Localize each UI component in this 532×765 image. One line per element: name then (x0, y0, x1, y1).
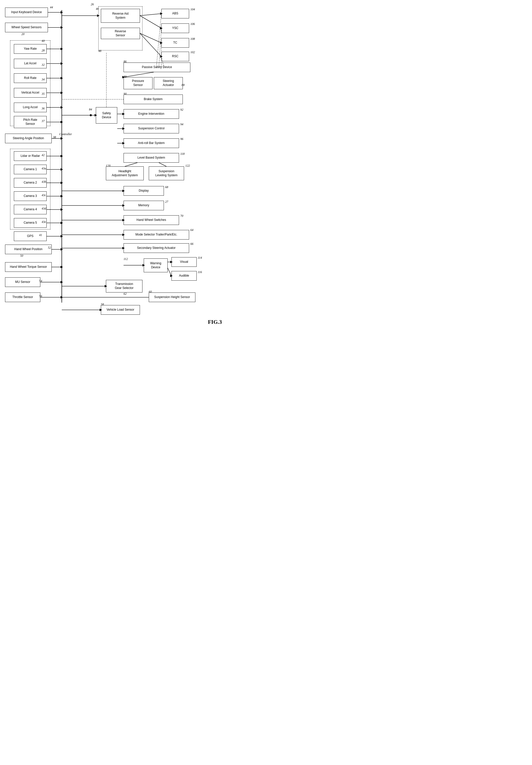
num-43b: 43b (42, 180, 46, 184)
num-86: 86 (124, 60, 127, 64)
mu-sensor-box: MU Sensor (5, 277, 40, 287)
svg-marker-31 (61, 235, 63, 238)
num-43a: 43a (42, 167, 46, 171)
num-56: 56 (39, 294, 42, 298)
camera4-label: Camera 4 (24, 208, 37, 212)
svg-line-47 (140, 33, 161, 43)
num-108: 108 (190, 37, 195, 41)
ysc-box: YSC (161, 23, 189, 33)
suspension-control-box: Suspension Control (124, 124, 179, 133)
visual-label: Visual (180, 260, 188, 264)
pressure-sensor-box: PressureSensor (124, 77, 153, 89)
svg-marker-39 (61, 296, 63, 299)
hand-wheel-switches-box: Hand Wheel Switches (124, 215, 179, 225)
fig-label: FIG.3 (208, 319, 222, 325)
num-84: 84 (89, 108, 92, 111)
lat-accel-label: Lat Accel (24, 62, 37, 66)
long-accel-label: Long Accel (23, 105, 38, 109)
num-43d: 43d (42, 207, 46, 211)
svg-marker-15 (61, 121, 63, 123)
num-37: 37 (42, 119, 45, 123)
transmission-label: TransmissionGear Selector (115, 282, 133, 290)
camera3-label: Camera 3 (24, 194, 37, 198)
hand-wheel-pos-label: Hand Wheel Position (14, 247, 42, 251)
vehicle-load-box: Vehicle Load Sensor (101, 305, 140, 315)
safety-device-label: SafetyDevice (102, 111, 111, 119)
num-104: 104 (190, 8, 195, 11)
svg-marker-3 (61, 26, 63, 29)
num-96: 96 (180, 137, 183, 141)
reverse-sensor-box: ReverseSensor (101, 28, 140, 39)
num-89: 89 (124, 75, 127, 79)
svg-line-43 (140, 14, 161, 16)
svg-marker-33 (61, 248, 63, 251)
passive-safety-label: Passive Safety Device (142, 65, 172, 69)
hand-wheel-pos-box: Hand Wheel Position (5, 245, 52, 254)
svg-marker-23 (61, 182, 63, 184)
num-48: 48 (98, 49, 101, 53)
num-41: 41 (39, 233, 42, 237)
num-20: 20 (21, 32, 24, 36)
wheel-speed-label: Wheel Speed Sensors (11, 25, 41, 30)
vehicle-load-label: Vehicle Load Sensor (106, 308, 134, 312)
controller-label: Controller (59, 132, 72, 136)
suspension-height-box: Suspension Height Sensor (149, 293, 196, 302)
num-58: 58 (101, 303, 104, 306)
num-35: 35 (42, 92, 45, 96)
svg-marker-1 (61, 11, 63, 14)
suspension-control-label: Suspension Control (138, 127, 165, 131)
tc-box: TC (161, 38, 189, 48)
hand-wheel-torque-box: Hand Wheel Torque Sensor (5, 262, 52, 272)
mu-sensor-label: MU Sensor (15, 280, 30, 284)
svg-marker-5 (61, 48, 63, 50)
mode-selector-box: Mode Selector Trailer/Park/Etc. (124, 230, 189, 240)
steering-angle-label: Steering Angle Position (13, 136, 44, 141)
svg-marker-27 (61, 208, 63, 211)
hand-wheel-torque-label: Hand Wheel Torque Sensor (10, 265, 47, 269)
anti-roll-label: Anti-roll Bar System (138, 141, 165, 145)
input-keyboard-box: Input Keyboard Device (5, 8, 48, 17)
wheel-speed-box: Wheel Speed Sensors (5, 23, 48, 32)
num-90: 90 (124, 92, 127, 96)
engine-intervention-label: Engine Intervention (138, 112, 164, 116)
num-42: 42 (42, 153, 45, 157)
num-40: 40 (42, 39, 45, 43)
anti-roll-box: Anti-roll Bar System (124, 138, 179, 148)
svg-marker-37 (61, 281, 63, 284)
throttle-sensor-box: Throttle Sensor (5, 293, 40, 302)
pressure-sensor-label: PressureSensor (132, 79, 144, 87)
camera-group-dashed (10, 149, 50, 230)
input-keyboard-label: Input Keyboard Device (11, 10, 42, 14)
lidar-radar-label: Lidar or Radar (21, 154, 40, 158)
num-32: 32 (42, 63, 45, 67)
camera5-label: Camera 5 (24, 221, 37, 225)
svg-marker-35 (61, 266, 63, 268)
ysc-label: YSC (172, 26, 179, 30)
num-27: 27 (165, 200, 168, 204)
svg-marker-11 (61, 92, 63, 94)
secondary-steering-label: Secondary Steering Actuator (137, 246, 176, 250)
camera1-label: Camera 1 (24, 167, 37, 172)
transmission-box: TransmissionGear Selector (106, 280, 143, 293)
svg-marker-25 (61, 195, 63, 198)
memory-box: Memory (124, 201, 164, 210)
steering-actuator-box: SteeringActuator (154, 77, 183, 89)
suspension-height-label: Suspension Height Sensor (154, 295, 190, 299)
roll-rate-label: Roll Rate (24, 76, 36, 80)
engine-intervention-box: Engine Intervention (124, 109, 179, 119)
diagram: Input Keyboard Device 44 Wheel Speed Sen… (0, 0, 227, 328)
reverse-aid-box: Reverse AidSystem (101, 9, 140, 23)
display-label: Display (139, 189, 149, 193)
brake-system-label: Brake System (144, 97, 163, 101)
svg-marker-19 (61, 155, 63, 157)
steering-actuator-label: SteeringActuator (163, 79, 174, 87)
num-102: 102 (190, 50, 195, 54)
svg-line-51 (156, 14, 161, 67)
audible-label: Audible (179, 274, 189, 278)
camera2-label: Camera 2 (24, 181, 37, 185)
level-based-box: Level Based System (124, 153, 179, 163)
reverse-aid-label: Reverse AidSystem (112, 12, 129, 20)
svg-line-49 (140, 33, 161, 57)
abs-box: ABS (161, 9, 189, 18)
warning-device-box: WarningDevice (144, 259, 168, 272)
